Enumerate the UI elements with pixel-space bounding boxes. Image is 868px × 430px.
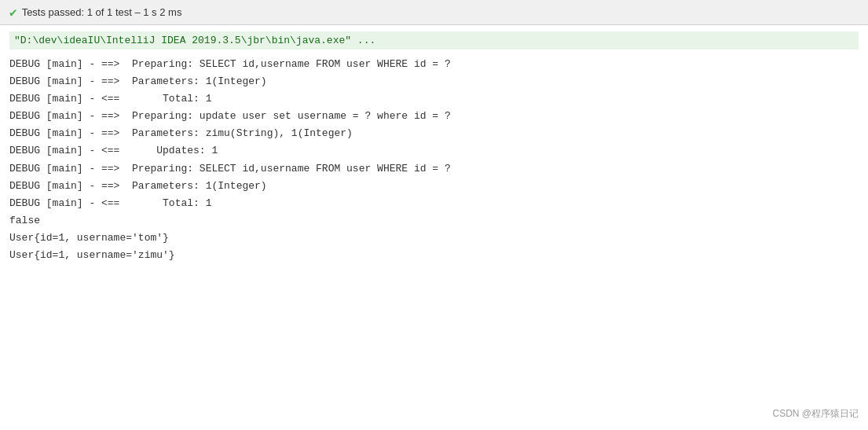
log-line: DEBUG [main] - <== Total: 1 — [9, 195, 859, 212]
console-area: "D:\dev\ideaIU\IntelliJ IDEA 2019.3.5\jb… — [0, 25, 868, 430]
log-line: DEBUG [main] - ==> Preparing: SELECT id,… — [9, 56, 859, 73]
log-line: DEBUG [main] - <== Updates: 1 — [9, 142, 859, 160]
log-line: User{id=1, username='zimu'} — [9, 247, 859, 264]
log-line: DEBUG [main] - ==> Parameters: 1(Integer… — [9, 178, 859, 195]
top-bar: ✔ Tests passed: 1 of 1 test – 1 s 2 ms — [0, 0, 868, 25]
log-line: DEBUG [main] - <== Total: 1 — [9, 90, 859, 108]
log-lines-container: DEBUG [main] - ==> Preparing: SELECT id,… — [9, 56, 859, 264]
log-line: false — [9, 212, 859, 230]
log-line: DEBUG [main] - ==> Parameters: zimu(Stri… — [9, 125, 859, 142]
log-line: User{id=1, username='tom'} — [9, 230, 859, 247]
log-line: DEBUG [main] - ==> Preparing: update use… — [9, 108, 859, 125]
tests-passed-text: Tests passed: 1 of 1 test – 1 s 2 ms — [22, 6, 182, 18]
command-line: "D:\dev\ideaIU\IntelliJ IDEA 2019.3.5\jb… — [9, 31, 859, 50]
log-line: DEBUG [main] - ==> Parameters: 1(Integer… — [9, 73, 859, 90]
log-line: DEBUG [main] - ==> Preparing: SELECT id,… — [9, 160, 859, 178]
checkmark-icon: ✔ — [9, 5, 17, 20]
watermark: CSDN @程序猿日记 — [772, 407, 859, 421]
